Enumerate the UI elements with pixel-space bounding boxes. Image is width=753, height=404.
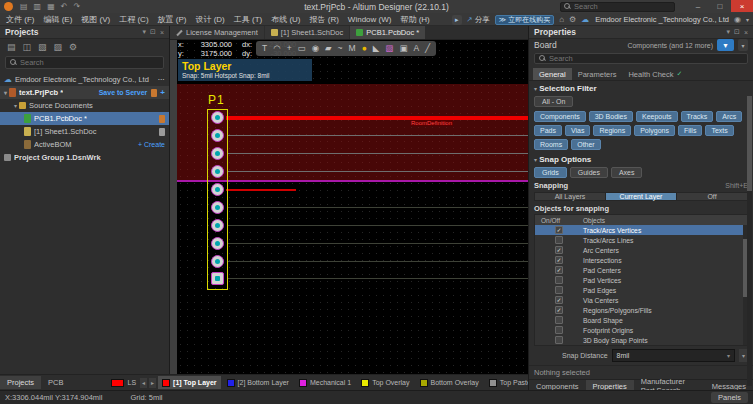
room-definition-region[interactable] [177,84,528,181]
filter-3dbodies-button[interactable]: 3D Bodies [589,111,633,122]
filter-arcs-button[interactable]: Arcs [716,111,742,122]
layer-tab-top-overlay[interactable]: Top Overlay [357,376,413,389]
projects-search-input[interactable] [20,58,159,67]
panel-tab-pcb[interactable]: PCB [41,376,70,389]
new-document-icon[interactable]: ▤ [20,0,28,13]
menu-file[interactable]: 文件 (F) [6,14,34,25]
open-folder-icon[interactable]: ▧ [38,42,47,52]
checkbox[interactable] [555,316,563,324]
explorer-icon[interactable]: ▨ [54,42,63,52]
pcb-canvas[interactable]: P1 RoomDefinition x:3305.000 dx:230.000 … [170,40,528,374]
filter-other-button[interactable]: Other [571,139,601,150]
menu-view[interactable]: 视图 (V) [81,14,110,25]
snap-options-section[interactable]: ▾ Snap Options [529,152,753,165]
layer-tab-bottom-overlay[interactable]: Bottom Overlay [416,376,483,389]
properties-scrollbar[interactable] [747,96,752,386]
properties-search-box[interactable] [534,53,748,64]
snap-object-row[interactable]: Pad Edges [535,285,747,295]
seg-all-layers[interactable]: All Layers [535,193,606,200]
pad-6[interactable] [211,201,224,214]
checkbox[interactable] [555,326,563,334]
pad-4[interactable] [211,165,224,178]
checkbox[interactable]: ✓ [555,256,563,264]
snap-distance-input[interactable]: 8mil▾ [612,349,735,362]
dropdown-icon[interactable]: ▾ [727,352,730,359]
text-tool-icon[interactable]: T [262,41,267,56]
properties-search-input[interactable] [549,54,743,63]
pad-tool-icon[interactable]: ◉ [312,41,319,56]
selection-filter-section[interactable]: ▾ Selection Filter [529,81,753,94]
filter-dropdown-icon[interactable]: ▾ [738,39,748,51]
panel-menu-icon[interactable]: ▾ [143,28,147,36]
snap-object-row[interactable]: Board Shape [535,315,747,325]
fill-tool-icon[interactable]: ▰ [325,41,332,56]
pad-10[interactable] [211,272,224,285]
snap-object-row[interactable]: ✓Arc Centers [535,245,747,255]
layer-tab-mechanical1[interactable]: Mechanical 1 [295,376,355,389]
checkbox[interactable] [555,276,563,284]
snap-object-row[interactable]: ✓Track/Arcs Vertices [535,225,747,235]
pad-2[interactable] [211,129,224,142]
panel-close-icon[interactable]: × [160,29,164,36]
settings-icon[interactable]: ⚙ [69,42,77,52]
panels-button[interactable]: Panels [711,392,748,403]
expand-icon[interactable]: ▾ [14,102,17,109]
filter-vias-button[interactable]: Vias [565,125,591,136]
pad-3[interactable] [211,147,224,160]
snap-object-row[interactable]: ✓Via Centers [535,295,747,305]
component-refdes[interactable]: P1 [208,93,225,107]
tab-health-check[interactable]: Health Check✓ [622,68,688,80]
close-button[interactable]: × [731,0,753,12]
maximize-button[interactable]: □ [709,0,731,12]
menu-route[interactable]: 布线 (U) [271,14,300,25]
filter-keepouts-button[interactable]: Keepouts [636,111,678,122]
panel-pin-icon[interactable]: ⊡ [150,28,156,36]
via-cross-tool-icon[interactable]: + [287,41,292,56]
undo-icon[interactable]: ↶ [61,0,68,13]
tree-item-schdoc[interactable]: [1] Sheet1.SchDoc [0,125,169,138]
menu-window[interactable]: Window (W) [348,15,392,24]
checkbox[interactable]: ✓ [555,246,563,254]
pad-5[interactable] [211,183,224,196]
snap-object-row[interactable]: Track/Arcs Lines [535,235,747,245]
snap-object-row[interactable]: Footprint Origins [535,325,747,335]
snap-object-row[interactable]: ✓Intersections [535,255,747,265]
connection-line[interactable] [228,225,528,226]
snap-grids-button[interactable]: Grids [534,167,567,178]
snap-object-row[interactable]: ✓Regions/Polygons/Fills [535,305,747,315]
save-to-server-link[interactable]: Save to Server [99,89,148,96]
connection-line[interactable] [228,243,528,244]
pad-1[interactable] [211,111,224,124]
snap-guides-button[interactable]: Guides [570,167,608,178]
connection-line[interactable] [228,153,528,154]
tab-license-management[interactable]: License Management [170,26,264,39]
filter-pads-button[interactable]: Pads [534,125,562,136]
pad-7[interactable] [211,219,224,232]
save-icon[interactable]: ▦ [47,0,55,13]
add-icon[interactable]: + [160,88,165,97]
projects-search-box[interactable] [5,56,164,69]
gear-icon[interactable]: ⚙ [569,15,576,24]
snap-axes-button[interactable]: Axes [611,167,643,178]
connection-line[interactable] [228,278,528,279]
scroll-left-icon[interactable]: ◂ [140,378,147,388]
tree-item-project[interactable]: ▾ text.PrjPcb * Save to Server + [0,86,169,99]
filter-polygons-button[interactable]: Polygons [634,125,675,136]
room-definition-track[interactable] [226,116,528,120]
via-tool-icon[interactable]: ● [362,41,367,56]
room-definition-label[interactable]: RoomDefinition [410,120,453,126]
filter-funnel-button[interactable]: ▼ [717,39,734,51]
arc-tool-icon[interactable]: ◠ [273,41,280,56]
multi-tool-icon[interactable]: M [349,41,356,56]
filter-regions-button[interactable]: Regions [593,125,631,136]
layer-tab-bottom[interactable]: [2] Bottom Layer [223,376,293,389]
user-icon[interactable]: ◉ [734,15,741,24]
user-caret-icon[interactable]: ▾ [746,16,749,23]
panel-menu-icon[interactable]: ▾ [727,28,731,36]
tab-parameters[interactable]: Parameters [572,68,623,80]
snap-object-row[interactable]: 3D Body Snap Points [535,335,747,345]
expand-icon[interactable]: ▾ [4,89,7,96]
package-icon[interactable]: ◫ [23,42,32,52]
line-tool-icon[interactable]: ╱ [425,41,430,56]
share-button[interactable]: ↗分享 [467,15,490,25]
